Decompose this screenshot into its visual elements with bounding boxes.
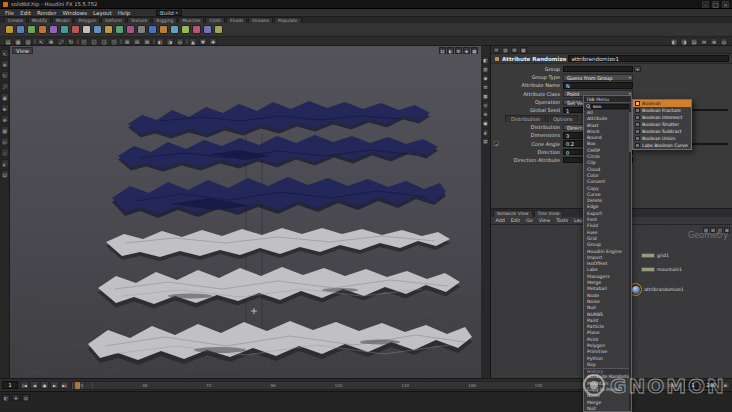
- folder-tab[interactable]: Distribution: [505, 115, 546, 122]
- display-option-icon[interactable]: ▦: [482, 92, 489, 99]
- tool-icon[interactable]: ▤: [1, 170, 9, 178]
- tool-icon[interactable]: ◭: [1, 159, 9, 167]
- network-menu-item[interactable]: Edit: [508, 218, 522, 223]
- tab-menu-history-item[interactable]: Attribute Randomize: [584, 374, 631, 380]
- tab-menu-result-item[interactable]: Boolean Intersect: [633, 114, 691, 121]
- shelf-tool-icon[interactable]: [159, 25, 168, 34]
- toolbar-icon[interactable]: ◲: [100, 38, 108, 45]
- group-type-dropdown[interactable]: Guess from Group▾: [563, 74, 633, 81]
- transport-button[interactable]: ●: [40, 381, 49, 389]
- toolbar-icon[interactable]: ⊕: [710, 38, 718, 45]
- toolbar-icon[interactable]: ⊠: [143, 38, 151, 45]
- toolbar-icon[interactable]: ▼: [199, 38, 207, 45]
- shelf-tool-icon[interactable]: [82, 25, 91, 34]
- display-option-icon[interactable]: ◧: [482, 56, 489, 63]
- toolbar-icon[interactable]: ⊟: [133, 38, 141, 45]
- toolbar-icon[interactable]: ▤: [4, 38, 12, 45]
- tool-icon[interactable]: ◎: [1, 137, 9, 145]
- tab-menu-result-item[interactable]: Boolean Subtract: [633, 128, 691, 135]
- shelf-tool-icon[interactable]: [27, 25, 36, 34]
- transport-button[interactable]: ◀: [30, 381, 39, 389]
- range-start-field[interactable]: 1: [685, 381, 701, 389]
- viewport-toolbar-icon[interactable]: ◐: [447, 47, 454, 54]
- range-end-field[interactable]: 240: [703, 381, 719, 389]
- scrollbar[interactable]: [629, 110, 631, 411]
- toolbar-icon[interactable]: ◧: [670, 38, 678, 45]
- toolbar-icon[interactable]: ↻: [67, 38, 75, 45]
- shelf-tool-icon[interactable]: [93, 25, 102, 34]
- toolbar-icon[interactable]: ▲: [189, 38, 197, 45]
- checkbox-checked-icon[interactable]: ✓: [494, 141, 499, 146]
- shelf-tool-icon[interactable]: [148, 25, 157, 34]
- current-frame-field[interactable]: 1: [2, 381, 18, 389]
- tool-icon[interactable]: ✥: [1, 60, 9, 68]
- viewport-view-menu[interactable]: View: [12, 47, 33, 54]
- menu-item[interactable]: Help: [115, 9, 134, 17]
- node-mountain[interactable]: mountain1: [641, 267, 682, 272]
- toolbar-icon[interactable]: ◱: [90, 38, 98, 45]
- transport-button[interactable]: ▶: [50, 381, 59, 389]
- pane-icon[interactable]: ⊞: [511, 47, 518, 53]
- minimize-button[interactable]: –: [702, 1, 709, 8]
- toolbar-icon[interactable]: ▦: [14, 38, 22, 45]
- shelf-tool-icon[interactable]: [38, 25, 47, 34]
- group-field[interactable]: [563, 66, 633, 73]
- shelf-tool-icon[interactable]: [115, 25, 124, 34]
- direction-x-field[interactable]: 0: [563, 149, 585, 156]
- shelf-tool-icon[interactable]: [192, 25, 201, 34]
- toolbar-icon[interactable]: ◎: [720, 38, 728, 45]
- menu-item[interactable]: Edit: [17, 9, 34, 17]
- shelf-tool-icon[interactable]: [214, 25, 223, 34]
- toolbar-icon[interactable]: ▧: [24, 38, 32, 45]
- shelf-tool-icon[interactable]: [181, 25, 190, 34]
- pane-tab[interactable]: Network View: [493, 210, 533, 217]
- shelf-tool-icon[interactable]: [49, 25, 58, 34]
- shelf-tool-icon[interactable]: [16, 25, 25, 34]
- viewport[interactable]: View ▤◐⊞◈▦ ◧▥◉⊡▦◎⊕▣◭▤: [10, 46, 491, 378]
- tab-menu-result-item[interactable]: Boolean Fracture: [633, 107, 691, 114]
- tool-icon[interactable]: ▣: [1, 93, 9, 101]
- shelf-tool-icon[interactable]: [71, 25, 80, 34]
- shelf-tool-icon[interactable]: [126, 25, 135, 34]
- node-body[interactable]: [641, 267, 655, 272]
- tab-menu-result-item[interactable]: Labs Boolean Curve: [633, 142, 691, 149]
- status-icon[interactable]: ▤: [22, 394, 30, 401]
- network-menu-item[interactable]: Go: [524, 218, 536, 223]
- display-option-icon[interactable]: ▤: [482, 137, 489, 144]
- transport-button[interactable]: |◀: [20, 381, 29, 389]
- pane-icon[interactable]: ▤: [502, 47, 509, 53]
- shelf-tool-icon[interactable]: [60, 25, 69, 34]
- toolbar-icon[interactable]: ▤: [690, 38, 698, 45]
- display-option-icon[interactable]: ▥: [482, 65, 489, 72]
- close-button[interactable]: ×: [722, 1, 729, 8]
- menu-item[interactable]: File: [2, 9, 17, 17]
- group-select-button[interactable]: ▾: [634, 66, 641, 73]
- tab-menu-result-item[interactable]: Boolean Shatter: [633, 121, 691, 128]
- toolbar-icon[interactable]: ≡: [700, 38, 708, 45]
- toolbar-icon[interactable]: |: [34, 38, 35, 45]
- network-menu-item[interactable]: Add: [493, 218, 507, 223]
- node-name-field[interactable]: attribrandomize1: [568, 55, 729, 62]
- pane-icon[interactable]: ▦: [520, 47, 527, 53]
- node-body[interactable]: [641, 253, 655, 258]
- maximize-button[interactable]: □: [712, 1, 719, 8]
- menu-item[interactable]: Render: [34, 9, 60, 17]
- scrollbar-thumb[interactable]: [629, 112, 631, 152]
- toolbar-icon[interactable]: ◳: [110, 38, 118, 45]
- toolbar-icon[interactable]: ◰: [80, 38, 88, 45]
- shelf-tool-icon[interactable]: [203, 25, 212, 34]
- display-option-icon[interactable]: ⊡: [482, 83, 489, 90]
- tool-icon[interactable]: ⤢: [1, 82, 9, 90]
- menu-item[interactable]: Windows: [59, 9, 90, 17]
- tab-menu-history-item[interactable]: Null: [584, 406, 631, 412]
- shelf-tool-icon[interactable]: [170, 25, 179, 34]
- tab-menu-result-item[interactable]: Boolean Union: [633, 135, 691, 142]
- node-grid[interactable]: grid1: [641, 253, 669, 258]
- toolbar-icon[interactable]: |: [153, 38, 154, 45]
- toolbar-icon[interactable]: ◐: [156, 38, 164, 45]
- transport-button[interactable]: ▶|: [60, 381, 69, 389]
- tool-icon[interactable]: ⊕: [1, 115, 9, 123]
- toolbar-icon[interactable]: ↖: [37, 38, 45, 45]
- toolbar-icon[interactable]: ✚: [209, 38, 217, 45]
- toolbar-icon[interactable]: ✥: [47, 38, 55, 45]
